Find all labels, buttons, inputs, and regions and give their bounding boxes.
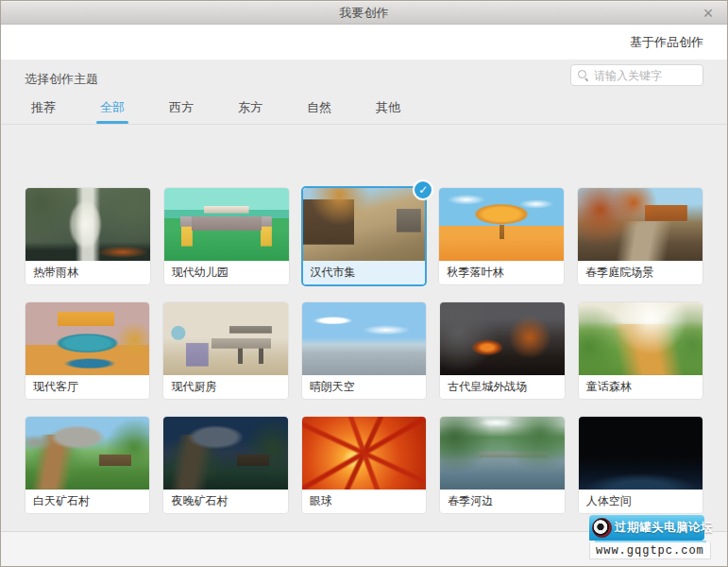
- thumbnail-clear-sky: [302, 302, 426, 375]
- title-bar: 我要创作 ×: [1, 1, 727, 25]
- card-label: 热带雨林: [25, 261, 150, 284]
- thumbnail-ore-village-day: [25, 417, 149, 490]
- card-label: 秋季落叶林: [439, 261, 564, 284]
- theme-card-spring-courtyard[interactable]: 春季庭院场景: [577, 187, 703, 285]
- window-title: 我要创作: [340, 5, 389, 22]
- watermark-url-row: www.gqgtpc.com: [589, 541, 704, 558]
- thumbnail-spring-riverside: [440, 417, 564, 490]
- card-label: 古代皇城外战场: [440, 375, 564, 399]
- tab-eastern[interactable]: 东方: [238, 99, 262, 124]
- forum-logo-icon: [592, 518, 612, 538]
- thumbnail-spring-courtyard: [578, 188, 703, 261]
- search-box[interactable]: [570, 64, 703, 86]
- theme-card-body-space[interactable]: 人体空间: [578, 416, 703, 514]
- create-from-work-button[interactable]: 基于作品创作: [630, 34, 703, 51]
- theme-card-ore-village-day[interactable]: 白天矿石村: [25, 416, 150, 514]
- theme-card-han-market[interactable]: ✓ 汉代市集: [301, 186, 428, 286]
- grid-row: 现代客厅 现代厨房 晴朗天空 古代皇城外战场 童话森林: [25, 301, 703, 400]
- card-label: 现代厨房: [163, 375, 287, 399]
- category-tabs: 推荐 全部 西方 东方 自然 其他: [1, 99, 727, 124]
- tab-nature[interactable]: 自然: [307, 99, 331, 124]
- card-label: 汉代市集: [303, 261, 426, 284]
- card-label: 夜晚矿石村: [163, 490, 287, 513]
- thumbnail-kitchen: [163, 302, 287, 375]
- theme-card-fairy-forest[interactable]: 童话森林: [578, 301, 703, 400]
- card-label: 白天矿石村: [25, 490, 149, 513]
- create-dialog-window: 我要创作 × 基于作品创作 选择创作主题 推荐 全部 西方 东方 自然 其他 热…: [0, 0, 728, 567]
- card-label: 现代客厅: [25, 375, 149, 399]
- card-label: 春季河边: [440, 490, 564, 513]
- watermark-title: 过期罐头电脑论坛: [615, 520, 713, 536]
- tab-recommended[interactable]: 推荐: [31, 99, 56, 124]
- theme-card-kitchen[interactable]: 现代厨房: [162, 301, 288, 400]
- thumbnail-autumn-forest: [439, 188, 564, 261]
- section-title: 选择创作主题: [25, 71, 98, 88]
- toolbar: 选择创作主题: [1, 60, 727, 99]
- theme-card-spring-riverside[interactable]: 春季河边: [439, 416, 565, 514]
- thumbnail-kindergarten: [164, 188, 289, 261]
- thumbnail-eyeball: [302, 417, 426, 490]
- theme-card-rainforest[interactable]: 热带雨林: [25, 187, 151, 285]
- close-icon[interactable]: ×: [697, 3, 720, 24]
- thumbnail-battlefield: [440, 302, 564, 375]
- header-strip: 基于作品创作: [1, 25, 727, 60]
- theme-card-living-room[interactable]: 现代客厅: [25, 301, 150, 400]
- theme-grid: 热带雨林 现代幼儿园 ✓ 汉代市集 秋季落叶林 春季庭院场景: [25, 187, 703, 514]
- search-input[interactable]: [594, 69, 696, 82]
- theme-card-ore-village-night[interactable]: 夜晚矿石村: [162, 416, 288, 514]
- thumbnail-body-space: [579, 417, 703, 490]
- thumbnail-han-market: [303, 188, 426, 261]
- grid-row: 热带雨林 现代幼儿园 ✓ 汉代市集 秋季落叶林 春季庭院场景: [25, 187, 703, 285]
- tab-other[interactable]: 其他: [376, 99, 400, 124]
- theme-card-battlefield[interactable]: 古代皇城外战场: [439, 301, 565, 400]
- tabs-divider: [1, 124, 727, 125]
- theme-card-clear-sky[interactable]: 晴朗天空: [301, 301, 427, 400]
- thumbnail-living-room: [25, 302, 149, 375]
- card-label: 人体空间: [579, 490, 703, 513]
- thumbnail-ore-village-night: [163, 417, 287, 490]
- theme-card-eyeball[interactable]: 眼球: [301, 416, 427, 514]
- card-label: 童话森林: [579, 375, 703, 399]
- selected-check-icon: ✓: [413, 180, 433, 200]
- card-label: 春季庭院场景: [578, 261, 703, 284]
- thumbnail-rainforest: [25, 188, 150, 261]
- forum-watermark: 过期罐头电脑论坛 www.gqgtpc.com: [589, 515, 704, 558]
- grid-row: 白天矿石村 夜晚矿石村 眼球 春季河边 人体空间: [25, 416, 703, 514]
- search-icon: [578, 70, 589, 81]
- card-label: 晴朗天空: [302, 375, 426, 399]
- tab-all[interactable]: 全部: [100, 99, 125, 124]
- watermark-url: www.gqgtpc.com: [589, 542, 711, 559]
- card-label: 眼球: [302, 490, 426, 513]
- tab-western[interactable]: 西方: [169, 99, 194, 124]
- theme-card-autumn-forest[interactable]: 秋季落叶林: [438, 187, 565, 285]
- card-label: 现代幼儿园: [164, 261, 289, 284]
- watermark-banner: 过期罐头电脑论坛: [589, 515, 704, 541]
- thumbnail-fairy-forest: [579, 302, 703, 375]
- theme-card-kindergarten[interactable]: 现代幼儿园: [163, 187, 290, 285]
